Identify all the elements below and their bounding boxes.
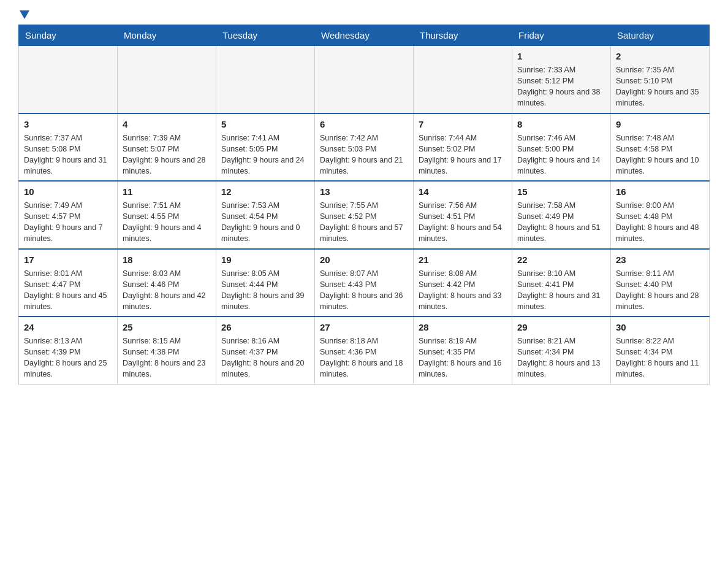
calendar-cell xyxy=(216,46,315,113)
day-number: 23 xyxy=(616,253,704,266)
weekday-header-tuesday: Tuesday xyxy=(216,25,315,46)
day-info: Sunrise: 7:46 AMSunset: 5:00 PMDaylight:… xyxy=(517,132,605,177)
day-number: 10 xyxy=(24,185,112,198)
day-number: 21 xyxy=(419,253,507,266)
day-info: Sunrise: 8:07 AMSunset: 4:43 PMDaylight:… xyxy=(320,268,408,313)
day-number: 6 xyxy=(320,118,408,131)
calendar-cell xyxy=(414,46,512,113)
weekday-header-monday: Monday xyxy=(118,25,216,46)
weekday-header-thursday: Thursday xyxy=(414,25,512,46)
calendar-cell: 4Sunrise: 7:39 AMSunset: 5:07 PMDaylight… xyxy=(118,113,216,182)
day-number: 16 xyxy=(616,185,704,198)
calendar-cell xyxy=(315,46,414,113)
day-number: 3 xyxy=(24,118,112,131)
day-info: Sunrise: 8:08 AMSunset: 4:42 PMDaylight:… xyxy=(419,268,507,313)
day-info: Sunrise: 7:35 AMSunset: 5:10 PMDaylight:… xyxy=(616,64,704,109)
day-number: 2 xyxy=(616,50,704,63)
calendar-week-row: 24Sunrise: 8:13 AMSunset: 4:39 PMDayligh… xyxy=(19,316,710,384)
day-info: Sunrise: 7:53 AMSunset: 4:54 PMDaylight:… xyxy=(221,200,309,245)
calendar-week-row: 1Sunrise: 7:33 AMSunset: 5:12 PMDaylight… xyxy=(19,46,710,113)
day-info: Sunrise: 7:56 AMSunset: 4:51 PMDaylight:… xyxy=(419,200,507,245)
calendar-week-row: 17Sunrise: 8:01 AMSunset: 4:47 PMDayligh… xyxy=(19,249,710,317)
day-info: Sunrise: 7:39 AMSunset: 5:07 PMDaylight:… xyxy=(123,132,211,177)
day-number: 26 xyxy=(221,321,309,334)
calendar-cell: 28Sunrise: 8:19 AMSunset: 4:35 PMDayligh… xyxy=(414,316,512,384)
calendar-cell: 7Sunrise: 7:44 AMSunset: 5:02 PMDaylight… xyxy=(414,113,512,182)
calendar-cell: 22Sunrise: 8:10 AMSunset: 4:41 PMDayligh… xyxy=(512,249,611,317)
day-number: 22 xyxy=(517,253,605,266)
calendar-cell: 26Sunrise: 8:16 AMSunset: 4:37 PMDayligh… xyxy=(216,316,315,384)
calendar-cell: 14Sunrise: 7:56 AMSunset: 4:51 PMDayligh… xyxy=(414,181,512,249)
day-info: Sunrise: 8:10 AMSunset: 4:41 PMDaylight:… xyxy=(517,268,605,313)
calendar-cell: 8Sunrise: 7:46 AMSunset: 5:00 PMDaylight… xyxy=(512,113,611,182)
calendar-cell: 23Sunrise: 8:11 AMSunset: 4:40 PMDayligh… xyxy=(611,249,710,317)
calendar-cell: 19Sunrise: 8:05 AMSunset: 4:44 PMDayligh… xyxy=(216,249,315,317)
day-info: Sunrise: 8:15 AMSunset: 4:38 PMDaylight:… xyxy=(123,335,211,380)
day-number: 11 xyxy=(123,185,211,198)
day-number: 1 xyxy=(517,50,605,63)
day-info: Sunrise: 7:44 AMSunset: 5:02 PMDaylight:… xyxy=(419,132,507,177)
day-number: 12 xyxy=(221,185,309,198)
day-info: Sunrise: 7:33 AMSunset: 5:12 PMDaylight:… xyxy=(517,64,605,109)
calendar-cell: 3Sunrise: 7:37 AMSunset: 5:08 PMDaylight… xyxy=(19,113,118,182)
calendar-cell xyxy=(118,46,216,113)
day-number: 30 xyxy=(616,321,704,334)
day-info: Sunrise: 8:16 AMSunset: 4:37 PMDaylight:… xyxy=(221,335,309,380)
day-info: Sunrise: 7:48 AMSunset: 4:58 PMDaylight:… xyxy=(616,132,704,177)
logo-triangle-icon xyxy=(20,10,29,19)
calendar-cell: 11Sunrise: 7:51 AMSunset: 4:55 PMDayligh… xyxy=(118,181,216,249)
calendar-cell: 27Sunrise: 8:18 AMSunset: 4:36 PMDayligh… xyxy=(315,316,414,384)
weekday-header-wednesday: Wednesday xyxy=(315,25,414,46)
day-number: 9 xyxy=(616,118,704,131)
calendar-cell: 2Sunrise: 7:35 AMSunset: 5:10 PMDaylight… xyxy=(611,46,710,113)
calendar-cell: 24Sunrise: 8:13 AMSunset: 4:39 PMDayligh… xyxy=(19,316,118,384)
day-number: 7 xyxy=(419,118,507,131)
page-header xyxy=(18,12,710,18)
calendar-week-row: 10Sunrise: 7:49 AMSunset: 4:57 PMDayligh… xyxy=(19,181,710,249)
day-info: Sunrise: 8:00 AMSunset: 4:48 PMDaylight:… xyxy=(616,200,704,245)
day-info: Sunrise: 7:58 AMSunset: 4:49 PMDaylight:… xyxy=(517,200,605,245)
weekday-header-saturday: Saturday xyxy=(611,25,710,46)
weekday-header-friday: Friday xyxy=(512,25,611,46)
calendar-cell: 1Sunrise: 7:33 AMSunset: 5:12 PMDaylight… xyxy=(512,46,611,113)
day-number: 29 xyxy=(517,321,605,334)
calendar-cell: 13Sunrise: 7:55 AMSunset: 4:52 PMDayligh… xyxy=(315,181,414,249)
calendar-cell: 29Sunrise: 8:21 AMSunset: 4:34 PMDayligh… xyxy=(512,316,611,384)
day-info: Sunrise: 8:13 AMSunset: 4:39 PMDaylight:… xyxy=(24,335,112,380)
day-info: Sunrise: 8:19 AMSunset: 4:35 PMDaylight:… xyxy=(419,335,507,380)
calendar-cell: 30Sunrise: 8:22 AMSunset: 4:34 PMDayligh… xyxy=(611,316,710,384)
calendar-cell: 17Sunrise: 8:01 AMSunset: 4:47 PMDayligh… xyxy=(19,249,118,317)
calendar-week-row: 3Sunrise: 7:37 AMSunset: 5:08 PMDaylight… xyxy=(19,113,710,182)
day-number: 20 xyxy=(320,253,408,266)
day-info: Sunrise: 7:49 AMSunset: 4:57 PMDaylight:… xyxy=(24,200,112,245)
day-number: 27 xyxy=(320,321,408,334)
weekday-header-row: SundayMondayTuesdayWednesdayThursdayFrid… xyxy=(19,25,710,46)
calendar-cell: 12Sunrise: 7:53 AMSunset: 4:54 PMDayligh… xyxy=(216,181,315,249)
day-number: 8 xyxy=(517,118,605,131)
day-info: Sunrise: 7:55 AMSunset: 4:52 PMDaylight:… xyxy=(320,200,408,245)
day-number: 15 xyxy=(517,185,605,198)
calendar-cell xyxy=(19,46,118,113)
day-number: 25 xyxy=(123,321,211,334)
calendar-cell: 18Sunrise: 8:03 AMSunset: 4:46 PMDayligh… xyxy=(118,249,216,317)
day-info: Sunrise: 8:03 AMSunset: 4:46 PMDaylight:… xyxy=(123,268,211,313)
day-number: 19 xyxy=(221,253,309,266)
day-info: Sunrise: 8:22 AMSunset: 4:34 PMDaylight:… xyxy=(616,335,704,380)
day-number: 17 xyxy=(24,253,112,266)
day-info: Sunrise: 8:05 AMSunset: 4:44 PMDaylight:… xyxy=(221,268,309,313)
day-info: Sunrise: 8:01 AMSunset: 4:47 PMDaylight:… xyxy=(24,268,112,313)
day-info: Sunrise: 7:41 AMSunset: 5:05 PMDaylight:… xyxy=(221,132,309,177)
day-info: Sunrise: 7:51 AMSunset: 4:55 PMDaylight:… xyxy=(123,200,211,245)
calendar-cell: 9Sunrise: 7:48 AMSunset: 4:58 PMDaylight… xyxy=(611,113,710,182)
calendar-cell: 21Sunrise: 8:08 AMSunset: 4:42 PMDayligh… xyxy=(414,249,512,317)
day-info: Sunrise: 8:21 AMSunset: 4:34 PMDaylight:… xyxy=(517,335,605,380)
calendar-cell: 25Sunrise: 8:15 AMSunset: 4:38 PMDayligh… xyxy=(118,316,216,384)
day-info: Sunrise: 7:37 AMSunset: 5:08 PMDaylight:… xyxy=(24,132,112,177)
calendar-cell: 6Sunrise: 7:42 AMSunset: 5:03 PMDaylight… xyxy=(315,113,414,182)
day-info: Sunrise: 7:42 AMSunset: 5:03 PMDaylight:… xyxy=(320,132,408,177)
day-number: 13 xyxy=(320,185,408,198)
weekday-header-sunday: Sunday xyxy=(19,25,118,46)
day-info: Sunrise: 8:11 AMSunset: 4:40 PMDaylight:… xyxy=(616,268,704,313)
day-info: Sunrise: 8:18 AMSunset: 4:36 PMDaylight:… xyxy=(320,335,408,380)
calendar-cell: 20Sunrise: 8:07 AMSunset: 4:43 PMDayligh… xyxy=(315,249,414,317)
